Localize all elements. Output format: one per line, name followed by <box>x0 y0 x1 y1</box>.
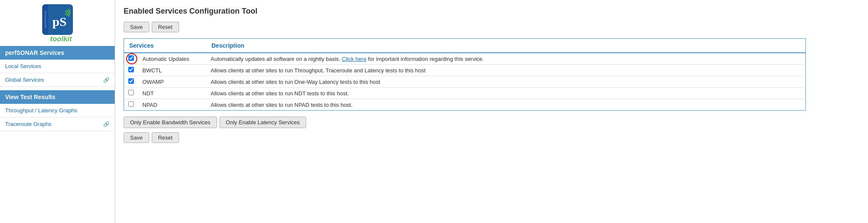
checkbox-cell-auto-updates[interactable] <box>124 53 139 65</box>
checkbox-cell-ndt[interactable] <box>124 88 139 99</box>
service-name-bwctl: BWCTL <box>138 65 206 76</box>
save-button-top[interactable]: Save <box>124 22 149 32</box>
perfsonar-section-header: perfSONAR Services <box>0 46 115 60</box>
page-title: Enabled Services Configuration Tool <box>124 7 859 16</box>
checkbox-cell-bwctl[interactable] <box>124 65 139 76</box>
checkbox-cell-owamp[interactable] <box>124 76 139 88</box>
table-row: NPAD Allows clients at other sites to ru… <box>124 99 806 111</box>
sidebar-item-label-local: Local Services <box>5 63 41 69</box>
sidebar-item-label-throughput: Throughput / Latency Graphs <box>5 107 77 114</box>
table-row: NDT Allows clients at other sites to run… <box>124 88 806 99</box>
col-description: Description <box>206 39 806 53</box>
service-desc-auto-updates: Automatically updates all software on a … <box>206 53 806 65</box>
sidebar-item-traceroute[interactable]: Traceroute Graphs 🔗 <box>0 117 115 131</box>
logo-box: performance pS <box>42 4 73 35</box>
reset-button-top[interactable]: Reset <box>152 22 179 32</box>
checkbox-auto-updates[interactable] <box>128 55 134 61</box>
sidebar-item-label-traceroute: Traceroute Graphs <box>5 121 52 127</box>
sidebar-item-local-services[interactable]: Local Services <box>0 60 115 73</box>
checkbox-ndt[interactable] <box>128 90 134 95</box>
table-row: Automatic Updates Automatically updates … <box>124 53 806 65</box>
reset-button-bottom[interactable]: Reset <box>152 132 179 143</box>
main-content: Enabled Services Configuration Tool Save… <box>115 0 868 223</box>
service-desc-owamp: Allows clients at other sites to run One… <box>206 76 806 88</box>
sidebar-item-global-services[interactable]: Global Services 🔗 <box>0 73 115 87</box>
top-toolbar: Save Reset <box>124 22 859 32</box>
save-button-bottom[interactable]: Save <box>124 132 149 143</box>
only-bandwidth-button[interactable]: Only Enable Bandwidth Services <box>124 117 217 128</box>
service-name-owamp: OWAMP <box>138 76 206 88</box>
external-link-icon: 🔗 <box>103 77 110 83</box>
sidebar-item-throughput[interactable]: Throughput / Latency Graphs <box>0 104 115 117</box>
table-row: OWAMP Allows clients at other sites to r… <box>124 76 806 88</box>
checkbox-cell-npad[interactable] <box>124 99 139 111</box>
sidebar-item-label-global: Global Services <box>5 77 44 83</box>
bottom-save-toolbar: Save Reset <box>124 132 859 143</box>
only-latency-button[interactable]: Only Enable Latency Services <box>220 117 306 128</box>
service-desc-npad: Allows clients at other sites to run NPA… <box>206 99 806 111</box>
toolkit-text: toolkit <box>50 35 73 43</box>
performance-text: performance <box>44 11 46 28</box>
checkbox-bwctl[interactable] <box>128 67 134 72</box>
external-link-icon-2: 🔗 <box>103 121 110 127</box>
col-services: Services <box>124 39 207 53</box>
service-name-auto-updates: Automatic Updates <box>138 53 206 65</box>
logo-arcs <box>59 7 71 20</box>
service-desc-bwctl: Allows clients at other sites to run Thr… <box>206 65 806 76</box>
table-row: BWCTL Allows clients at other sites to r… <box>124 65 806 76</box>
services-table: Services Description Automatic Updates A… <box>124 38 806 111</box>
click-here-link[interactable]: Click here <box>342 56 367 62</box>
bottom-toolbar: Only Enable Bandwidth Services Only Enab… <box>124 117 859 128</box>
service-name-ndt: NDT <box>138 88 206 99</box>
checkbox-npad[interactable] <box>128 101 134 107</box>
service-desc-ndt: Allows clients at other sites to run NDT… <box>206 88 806 99</box>
sidebar: performance pS toolkit perfS <box>0 0 115 223</box>
checkbox-owamp[interactable] <box>128 78 134 84</box>
view-results-section-header: View Test Results <box>0 90 115 104</box>
logo-area: performance pS toolkit <box>0 0 115 46</box>
service-name-npad: NPAD <box>138 99 206 111</box>
